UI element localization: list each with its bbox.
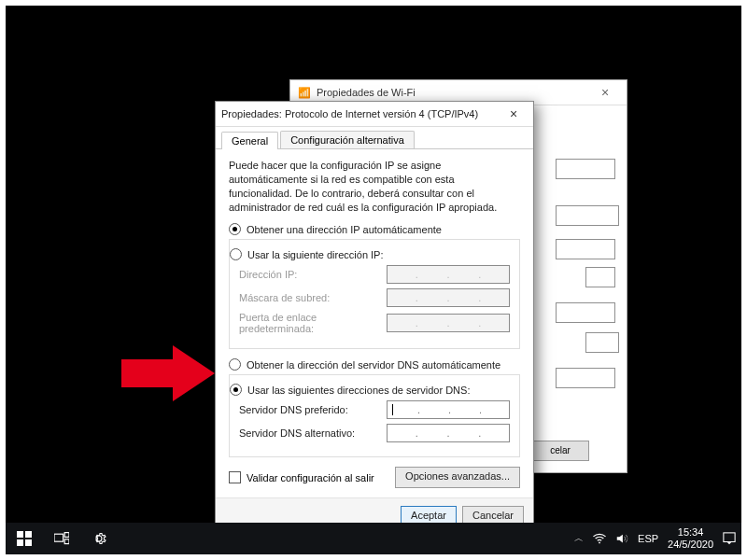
taskview-button[interactable] bbox=[43, 523, 80, 554]
settings-taskbar-button[interactable] bbox=[80, 523, 118, 554]
radio-icon bbox=[229, 358, 241, 371]
radio-label: Obtener una dirección IP automáticamente bbox=[247, 224, 442, 235]
dialog-title: Propiedades: Protocolo de Internet versi… bbox=[221, 108, 478, 119]
ipv4-properties-dialog: Propiedades: Protocolo de Internet versi… bbox=[215, 101, 534, 538]
radio-label: Obtener la dirección del servidor DNS au… bbox=[247, 359, 500, 371]
gateway-input: ... bbox=[387, 314, 510, 332]
dns-preferred-label: Servidor DNS preferido: bbox=[239, 404, 387, 415]
subnet-mask-input: ... bbox=[387, 288, 510, 307]
ip-fieldset: Usar la siguiente dirección IP: Direcció… bbox=[229, 239, 520, 349]
clock-date: 24/5/2020 bbox=[668, 539, 713, 551]
radio-ip-manual[interactable]: Usar la siguiente dirección IP: bbox=[230, 248, 510, 260]
validate-checkbox[interactable] bbox=[229, 471, 241, 483]
volume-icon[interactable] bbox=[615, 532, 628, 545]
taskview-icon bbox=[54, 531, 69, 546]
svg-rect-5 bbox=[54, 534, 63, 541]
dns-alternate-input[interactable]: ... bbox=[387, 424, 510, 442]
intro-text: Puede hacer que la configuración IP se a… bbox=[229, 159, 520, 214]
svg-rect-6 bbox=[64, 533, 69, 538]
close-icon[interactable]: × bbox=[500, 106, 528, 121]
tab-strip: General Configuración alternativa bbox=[216, 127, 533, 149]
wifi-cancel-button[interactable]: celar bbox=[531, 441, 589, 461]
svg-rect-8 bbox=[724, 533, 735, 542]
ip-address-label: Dirección IP: bbox=[239, 269, 387, 280]
tab-general[interactable]: General bbox=[221, 132, 278, 149]
subnet-mask-label: Máscara de subred: bbox=[239, 292, 387, 303]
radio-icon bbox=[230, 248, 242, 260]
windows-icon bbox=[17, 531, 32, 546]
clock-time: 15:34 bbox=[668, 526, 713, 539]
radio-label: Usar las siguientes direcciones de servi… bbox=[247, 385, 470, 396]
radio-dns-auto[interactable]: Obtener la dirección del servidor DNS au… bbox=[229, 358, 520, 371]
system-tray: ︿ ESP 15:34 24/5/2020 bbox=[574, 526, 741, 550]
svg-rect-4 bbox=[25, 539, 32, 546]
radio-ip-auto[interactable]: Obtener una dirección IP automáticamente bbox=[229, 223, 520, 235]
gear-icon bbox=[92, 531, 106, 546]
dns-fieldset: Usar las siguientes direcciones de servi… bbox=[229, 374, 520, 457]
validate-label: Validar configuración al salir bbox=[247, 472, 374, 483]
taskbar-clock[interactable]: 15:34 24/5/2020 bbox=[668, 526, 713, 550]
svg-rect-3 bbox=[17, 539, 23, 546]
text-caret bbox=[392, 404, 393, 415]
start-button[interactable] bbox=[6, 523, 43, 554]
radio-label: Usar la siguiente dirección IP: bbox=[247, 249, 384, 260]
ip-address-input: ... bbox=[387, 265, 510, 284]
gateway-label: Puerta de enlace predeterminada: bbox=[239, 312, 387, 334]
radio-icon bbox=[230, 384, 242, 396]
tab-alt-config[interactable]: Configuración alternativa bbox=[280, 131, 415, 148]
language-indicator[interactable]: ESP bbox=[638, 533, 658, 544]
dns-preferred-input[interactable]: ... bbox=[387, 400, 510, 419]
close-icon[interactable]: × bbox=[591, 80, 619, 105]
notifications-icon[interactable] bbox=[723, 532, 736, 545]
dns-alternate-label: Servidor DNS alternativo: bbox=[239, 427, 387, 439]
svg-rect-1 bbox=[17, 531, 23, 538]
svg-rect-7 bbox=[64, 539, 69, 544]
advanced-button[interactable]: Opciones avanzadas... bbox=[395, 467, 520, 488]
svg-rect-2 bbox=[25, 531, 32, 538]
radio-icon bbox=[229, 223, 241, 235]
dialog-titlebar: Propiedades: Protocolo de Internet versi… bbox=[216, 102, 533, 127]
tray-chevron-up-icon[interactable]: ︿ bbox=[574, 532, 584, 545]
wifi-icon[interactable] bbox=[593, 532, 606, 545]
taskbar: ︿ ESP 15:34 24/5/2020 bbox=[6, 523, 741, 554]
radio-dns-manual[interactable]: Usar las siguientes direcciones de servi… bbox=[230, 384, 510, 396]
